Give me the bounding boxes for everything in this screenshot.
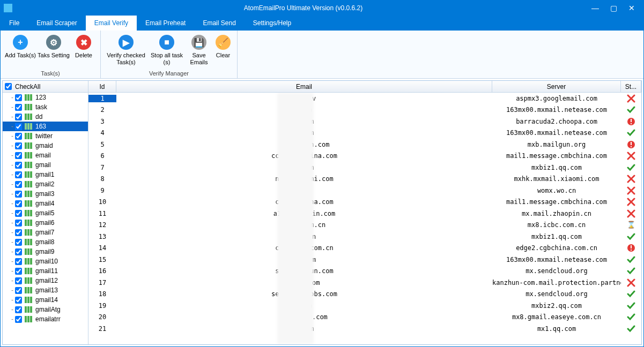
tree-checkbox[interactable]	[15, 268, 22, 275]
col-status[interactable]: St...	[621, 81, 641, 92]
table-row[interactable]: 8nore xiaomi.commxhk.mxmail.xiaomi.com	[88, 174, 641, 185]
tree-item-gmail3[interactable]: -gmail3	[3, 189, 88, 199]
menu-file[interactable]: File	[1, 16, 28, 31]
tree-checkbox[interactable]	[15, 152, 22, 159]
grid-body[interactable]: 1tch.tvaspmx3.googlemail.com2.com163mx00…	[88, 93, 641, 344]
tree-checkbox[interactable]	[15, 114, 22, 120]
tree-item-gmail4[interactable]: -gmail4	[3, 199, 88, 208]
tree-item-gmailAtg[interactable]: -gmailAtg	[3, 305, 88, 314]
close-button[interactable]: ✕	[626, 4, 637, 12]
tree-checkbox[interactable]	[15, 229, 22, 236]
tree-checkbox[interactable]	[15, 162, 22, 169]
tree-item-123[interactable]: -123	[3, 93, 88, 102]
tree-item-gmail[interactable]: -gmail	[3, 160, 88, 170]
tree-item-gmail13[interactable]: -gmail13	[3, 285, 88, 295]
table-row[interactable]: 2.com163mx00.mxmail.netease.com	[88, 104, 641, 116]
cell-server: mxhk.mxmail.xiaomi.com	[492, 175, 621, 183]
table-row[interactable]: 11a1.s zhaopin.commx.mail.zhaopin.cn	[88, 208, 641, 220]
table-row[interactable]: 19.commxbiz2.qq.com	[88, 300, 641, 312]
tree-item-dd[interactable]: -dd	[3, 112, 88, 122]
tree-item-gmail8[interactable]: -gmail8	[3, 237, 88, 247]
task-status-icon	[25, 239, 32, 245]
menu-email-preheat[interactable]: Email Preheat	[137, 16, 194, 31]
table-row[interactable]: 20ser agou.commx8.gmail.easeye.com.cn	[88, 312, 641, 323]
tree-checkbox[interactable]	[15, 181, 22, 188]
tree-item-gmail1[interactable]: -gmail1	[3, 170, 88, 179]
tree-item-twitter[interactable]: -twitter	[3, 131, 88, 141]
tree-item-gmail2[interactable]: -gmail2	[3, 179, 88, 189]
tree-checkbox[interactable]	[15, 133, 22, 140]
tree-checkbox[interactable]	[15, 171, 22, 178]
table-row[interactable]: 5pos upyun.commxb.mailgun.org	[88, 139, 641, 150]
table-row[interactable]: 1563.com163mx00.mxmail.netease.com	[88, 254, 641, 266]
tree-checkbox[interactable]	[15, 239, 22, 246]
tree-checkbox[interactable]	[15, 210, 22, 217]
minimize-button[interactable]: —	[590, 4, 601, 12]
tree-checkbox[interactable]	[15, 94, 22, 101]
ribbon-verify-checked-task-s-[interactable]: ▶Verify checked Task(s)	[104, 33, 148, 69]
tree-item-gmail14[interactable]: -gmail14	[3, 295, 88, 305]
tree-item-email[interactable]: -email	[3, 150, 88, 160]
tree-checkbox[interactable]	[15, 123, 22, 130]
cell-email: cred ina.com.cn	[116, 244, 492, 252]
col-server[interactable]: Server	[492, 81, 621, 92]
table-row[interactable]: 18servi goujobs.commx.sendcloud.org	[88, 289, 641, 300]
table-row[interactable]: 14cred ina.com.cnedge2.cgbchina.com.cn	[88, 243, 641, 254]
tree-checkbox[interactable]	[15, 220, 22, 227]
tree-checkbox[interactable]	[15, 200, 22, 207]
tree-checkbox[interactable]	[15, 142, 22, 149]
tree-item-gmail5[interactable]: -gmail5	[3, 208, 88, 218]
tree-item-gmail7[interactable]: -gmail7	[3, 228, 88, 237]
table-row[interactable]: 12we c.com.cnmx8.icbc.com.cn⌛	[88, 220, 641, 231]
table-row[interactable]: 9.cnwomx.wo.cn	[88, 185, 641, 197]
table-row[interactable]: 17s un.comkanzhun-com.mail.protection.pa…	[88, 277, 641, 289]
table-row[interactable]: 6ccsvc mbchina.commail1.message.cmbchina…	[88, 150, 641, 162]
table-row[interactable]: 10ccsv bchina.commail1.message.cmbchina.…	[88, 197, 641, 208]
task-status-icon	[25, 94, 32, 101]
cell-id: 10	[88, 198, 116, 206]
tree-item-gmail12[interactable]: -gmail12	[3, 276, 88, 285]
tree-item-emailatrr[interactable]: -emailatrr	[3, 314, 88, 324]
menubar: FileEmail ScraperEmail VerifyEmail Prehe…	[1, 16, 643, 31]
tree-item-gmail11[interactable]: -gmail11	[3, 266, 88, 276]
tree-item-gmail9[interactable]: -gmail9	[3, 247, 88, 257]
tree-checkbox[interactable]	[15, 258, 22, 265]
table-row[interactable]: 16supp anzhun.commx.sendcloud.org	[88, 266, 641, 277]
tree-checkbox[interactable]	[15, 297, 22, 304]
ribbon-taks-setting[interactable]: ⚙Taks Setting	[37, 33, 70, 69]
tree-checkbox[interactable]	[15, 287, 22, 294]
tree-checkbox[interactable]	[15, 316, 22, 323]
table-row[interactable]: 7o.commxbiz1.qq.com	[88, 162, 641, 174]
ribbon-clear[interactable]: 🧹Clear	[212, 33, 234, 69]
tree-checkbox[interactable]	[15, 306, 22, 313]
menu-email-scraper[interactable]: Email Scraper	[28, 16, 85, 31]
tree-checkbox[interactable]	[15, 191, 22, 198]
ribbon-add-task-s-[interactable]: +Add Task(s)	[4, 33, 37, 69]
ribbon-save-emails[interactable]: 💾Save Emails	[186, 33, 212, 69]
maximize-button[interactable]: ▢	[608, 4, 619, 12]
col-email[interactable]: Email	[116, 81, 492, 92]
tree-label: email	[35, 152, 51, 159]
tree-checkbox[interactable]	[15, 248, 22, 255]
table-row[interactable]: 13ing.cnmxbiz1.qq.com	[88, 231, 641, 243]
col-id[interactable]: Id	[88, 81, 116, 92]
task-tree[interactable]: CheckAll -123-task-dd-163-twitter-gmaid-…	[3, 81, 88, 344]
tree-checkbox[interactable]	[15, 104, 22, 111]
tree-item-163[interactable]: -163	[3, 122, 88, 131]
table-row[interactable]: 1tch.tvaspmx3.googlemail.com	[88, 93, 641, 104]
tree-item-task[interactable]: -task	[3, 102, 88, 112]
tree-item-gmail10[interactable]: -gmail10	[3, 257, 88, 266]
tree-item-gmaid[interactable]: -gmaid	[3, 141, 88, 150]
menu-email-verify[interactable]: Email Verify	[86, 16, 137, 31]
menu-settings-help[interactable]: Settings/Help	[245, 16, 300, 31]
menu-email-send[interactable]: Email Send	[194, 16, 244, 31]
tree-item-gmail6[interactable]: -gmail6	[3, 218, 88, 228]
tree-checkbox[interactable]	[15, 277, 22, 284]
table-row[interactable]: 21q.commx1.qq.com	[88, 323, 641, 335]
ribbon-stop-all-task-s-[interactable]: ■Stop all task (s)	[148, 33, 186, 69]
table-row[interactable]: 4i.com163mx00.mxmail.netease.com	[88, 127, 641, 139]
checkall-checkbox[interactable]	[5, 83, 12, 90]
table-row[interactable]: 3r.combarracuda2.choopa.com	[88, 116, 641, 127]
tree-header[interactable]: CheckAll	[3, 81, 88, 93]
ribbon-delete[interactable]: ✖Delete	[70, 33, 97, 69]
